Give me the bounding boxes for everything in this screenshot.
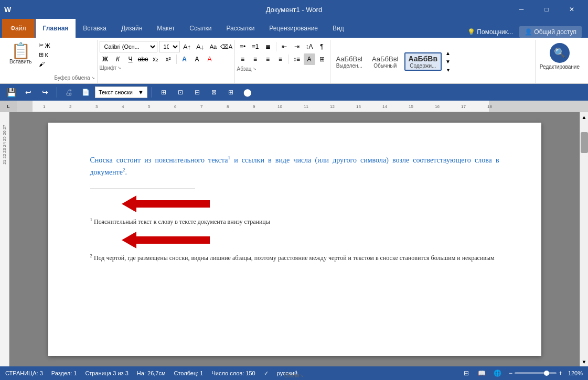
numbered-list-button[interactable]: ≡1	[250, 41, 261, 52]
footnote-1-text: Пояснительный текст к слову в тексте док…	[92, 218, 270, 225]
scroll-down-button[interactable]: ▼	[581, 357, 588, 366]
arrow-body-2	[136, 236, 210, 244]
footnote-type-dropdown[interactable]: Текст сноски ▼	[95, 86, 147, 98]
paste-button[interactable]: 📋 Вставить	[6, 41, 35, 67]
tab-home[interactable]: Главная	[36, 19, 76, 38]
bold-button[interactable]: Ж	[100, 53, 111, 65]
font-color-button[interactable]: A	[204, 53, 216, 65]
scrollbar-thumb[interactable]	[581, 132, 588, 153]
tab-design[interactable]: Дизайн	[114, 19, 149, 38]
spell-check-icon[interactable]: ✓	[264, 370, 269, 377]
align-left-button[interactable]: ≡	[237, 53, 249, 65]
qa-divider2	[152, 87, 152, 97]
zoom-out-button[interactable]: −	[509, 370, 512, 377]
show-hide-button[interactable]: ¶	[316, 41, 328, 52]
title-bar-left: W	[4, 5, 11, 14]
page-number[interactable]: СТРАНИЦА: 3	[5, 370, 43, 376]
tab-references[interactable]: Ссылки	[182, 19, 219, 38]
save-button[interactable]: 💾	[4, 85, 19, 100]
status-right: ⊟ 📖 🌐 − + 120%	[462, 368, 583, 378]
layout-view-button[interactable]: ⊞	[156, 85, 171, 100]
font-shrink-button[interactable]: A↓	[195, 41, 206, 52]
ruler-main: 1 2 3 4 5 6 7 8 9 10 11 12 13 14 15 16 1	[17, 101, 588, 112]
zoom-thumb[interactable]	[544, 371, 549, 376]
table-button[interactable]: ⊡	[173, 85, 188, 100]
clipboard-expand-icon[interactable]: ↘	[91, 75, 95, 80]
subscript-button[interactable]: x₂	[150, 53, 162, 65]
tab-layout[interactable]: Макет	[149, 19, 182, 38]
merge-button[interactable]: ⊞	[223, 85, 238, 100]
read-mode-button[interactable]: 📖	[477, 368, 487, 378]
copy-button[interactable]: ⊞ К	[37, 50, 52, 59]
strikethrough-button[interactable]: abc	[137, 53, 149, 65]
share-button[interactable]: 👤 Общий доступ	[519, 26, 582, 38]
sort-button[interactable]: ↕A	[304, 41, 315, 52]
style-selected[interactable]: АаБбВвl Выделен...	[333, 53, 367, 70]
words-label: Число слов: 150	[211, 370, 255, 376]
ribbon-content: 📋 Вставить ✂ Ж ⊞ К 🖌 Буфер обмена	[0, 38, 588, 84]
delete-col-button[interactable]: ⊠	[207, 85, 221, 100]
style-normal-name: Обычный	[373, 63, 397, 69]
ruler-corner-icon[interactable]: L	[7, 104, 9, 109]
line-spacing-button[interactable]: ↕≡	[291, 53, 303, 65]
tab-file[interactable]: Файл	[2, 19, 35, 38]
cut-button[interactable]: ✂ Ж	[37, 41, 52, 50]
underline-button[interactable]: Ч	[125, 53, 136, 65]
svg-text:8: 8	[227, 104, 229, 109]
undo-button[interactable]: ↩	[21, 85, 36, 100]
web-layout-button[interactable]: 🌐	[493, 368, 503, 378]
bullet-list-button[interactable]: ≡•	[237, 41, 249, 52]
format-painter-button[interactable]: 🖌	[37, 60, 52, 68]
styles-expand[interactable]: ▾	[444, 67, 452, 74]
text-effects-button[interactable]: A	[179, 53, 190, 65]
superscript-button[interactable]: x²	[163, 53, 174, 65]
close-button[interactable]: ✕	[560, 0, 584, 19]
align-right-button[interactable]: ≡	[262, 53, 274, 65]
multilevel-list-button[interactable]: ≣	[262, 41, 274, 52]
borders-button[interactable]: ⊞	[316, 53, 328, 65]
shading-button[interactable]: A	[304, 53, 315, 65]
minimize-button[interactable]: ─	[509, 0, 533, 19]
clear-format-button[interactable]: ⌫A	[221, 41, 232, 52]
print-layout-button[interactable]: ⊟	[462, 368, 471, 378]
increase-indent-button[interactable]: ⇥	[291, 41, 303, 52]
highlight-button[interactable]: A	[191, 53, 203, 65]
tab-review[interactable]: Рецензирование	[262, 19, 325, 38]
align-center-button[interactable]: ≡	[250, 53, 261, 65]
tab-insert[interactable]: Вставка	[76, 19, 114, 38]
font-expand-icon[interactable]: ↘	[117, 66, 121, 70]
search-button[interactable]: 🔍	[550, 43, 570, 63]
para-expand-icon[interactable]: ↘	[253, 67, 256, 71]
insert-col-button[interactable]: ⊟	[190, 85, 205, 100]
clipboard-group: 📋 Вставить ✂ Ж ⊞ К 🖌 Буфер обмена	[4, 40, 98, 83]
font-grow-button[interactable]: A↑	[181, 41, 193, 52]
styles-scroll-up[interactable]: ▲	[444, 50, 452, 57]
zoom-in-button[interactable]: +	[559, 370, 562, 377]
decrease-indent-button[interactable]: ⇤	[279, 41, 290, 52]
zoom-slider[interactable]	[515, 372, 557, 374]
italic-button[interactable]: К	[112, 53, 124, 65]
change-case-button[interactable]: Aa	[208, 41, 219, 52]
tab-mailings[interactable]: Рассылки	[219, 19, 262, 38]
para-group-label: Абзац	[237, 66, 252, 72]
style-content[interactable]: АаБбВв Содержи...	[404, 52, 442, 71]
styles-scroll-down[interactable]: ▼	[444, 58, 452, 66]
doc-scroll-area[interactable]: Сноска состоит из пояснительного текста1…	[9, 112, 580, 366]
font-name-select[interactable]: Calibri (Осн...	[100, 41, 157, 52]
print-preview-button[interactable]: 🖨	[61, 85, 76, 100]
tab-view[interactable]: Вид	[325, 19, 351, 38]
redo-button[interactable]: ↪	[38, 85, 52, 100]
scroll-up-button[interactable]: ▲	[581, 112, 588, 122]
maximize-button[interactable]: □	[534, 0, 559, 19]
pages-label: Страница 3 из 3	[85, 370, 128, 376]
styles-expand-icon[interactable]: ↘	[300, 373, 304, 378]
clipboard-sub: ✂ Ж ⊞ К 🖌	[36, 41, 53, 82]
circle-button[interactable]: ⬤	[240, 85, 255, 100]
quick-print-button[interactable]: 📄	[78, 85, 93, 100]
font-size-select[interactable]: 10	[159, 41, 180, 52]
helper-button[interactable]: 💡 Помощник...	[467, 28, 513, 36]
left-ruler: 21 22 23 24 25 26 27	[0, 112, 9, 366]
style-normal[interactable]: АаБбВвl Обычный	[368, 53, 402, 70]
justify-button[interactable]: ≡	[275, 53, 286, 65]
zoom-level[interactable]: 120%	[564, 370, 583, 376]
